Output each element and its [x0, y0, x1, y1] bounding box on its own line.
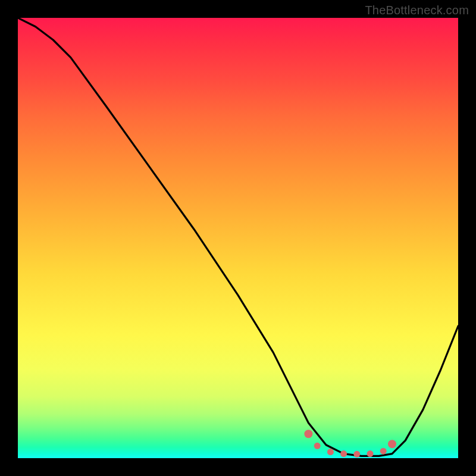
attribution-label: TheBottleneck.com	[365, 4, 469, 17]
optimal-band-dot	[367, 450, 374, 457]
chart-frame: TheBottleneck.com	[0, 0, 476, 476]
curve-layer	[18, 18, 458, 458]
optimal-band-dot	[304, 430, 312, 438]
optimal-band-dot	[353, 451, 360, 458]
optimal-band-dot	[388, 440, 396, 448]
plot-area	[18, 18, 458, 458]
optimal-band-dot	[340, 450, 347, 457]
optimal-band-dot	[314, 443, 321, 449]
optimal-band-dot	[380, 448, 387, 455]
bottleneck-curve-path	[18, 18, 458, 456]
optimal-band-dot	[327, 449, 334, 455]
